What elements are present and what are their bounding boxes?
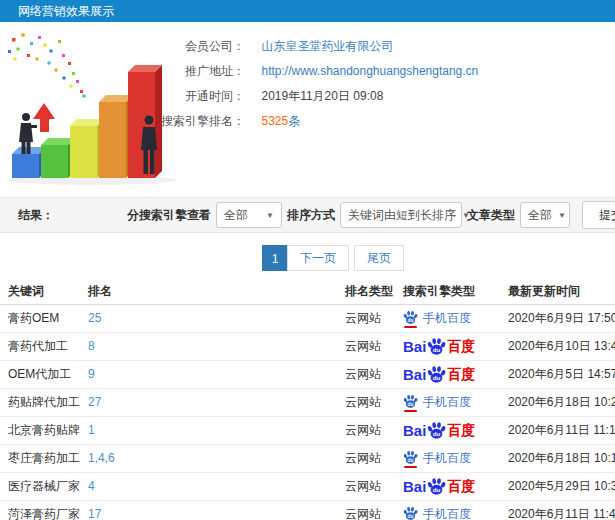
rank-type-cell: 云网站 — [345, 473, 381, 500]
filter-controls: 分搜索引擎查看 全部 ▼ 排序方式 关键词由短到长排序 ▼ 文章类型 全部 ▼ … — [122, 201, 615, 229]
keyword-cell: 膏药OEM — [8, 305, 59, 332]
baidu-logo-cn: 百度 — [447, 361, 475, 388]
baidu-logo-cn: 百度 — [447, 473, 475, 500]
rank-cell[interactable]: 27 — [88, 389, 101, 416]
rank-type-cell: 云网站 — [345, 445, 381, 472]
rank-cell[interactable]: 4 — [88, 473, 95, 500]
header-rank-type: 排名类型 — [345, 278, 393, 304]
keyword-cell: 菏泽膏药厂家 — [8, 501, 80, 520]
rank-count-value: 5325条 — [261, 114, 300, 128]
promo-url-link[interactable]: http://www.shandonghuangshengtang.cn — [261, 64, 478, 78]
keyword-ranking-table: 关键词 排名 排名类型 搜索引擎类型 最新更新时间 膏药OEM 25 云网站 d… — [0, 278, 615, 520]
svg-text:du: du — [433, 486, 441, 493]
pagination-last-button[interactable]: 尾页 — [354, 245, 404, 271]
baidu-logo: Bai du 百度 — [403, 361, 475, 388]
filter-bar: 结果： 分搜索引擎查看 全部 ▼ 排序方式 关键词由短到长排序 ▼ 文章类型 全… — [0, 197, 615, 233]
header-update-time: 最新更新时间 — [508, 278, 580, 304]
engine-cell: du 手机百度 Bai du 百度 — [403, 501, 471, 520]
rank-type-cell: 云网站 — [345, 333, 381, 360]
rank-type-cell: 云网站 — [345, 361, 381, 388]
mobile-baidu-logo: du 手机百度 — [403, 445, 471, 472]
baidu-logo-latin: Bai — [403, 333, 426, 360]
result-label: 结果： — [18, 198, 54, 232]
keyword-cell: OEM代加工 — [8, 361, 71, 388]
rank-count-unit: 条 — [288, 114, 300, 128]
mobile-baidu-label: 手机百度 — [423, 445, 471, 472]
baidu-red-underline — [404, 466, 417, 468]
time-cell: 2020年6月10日 13:40 — [508, 333, 615, 360]
baidu-paw-icon: du — [427, 365, 446, 384]
time-cell: 2020年5月29日 10:32 — [508, 473, 615, 500]
table-row: 枣庄膏药加工 1,4,6 云网站 du 手机百度 — [0, 445, 615, 473]
header-engine-type: 搜索引擎类型 — [403, 278, 475, 304]
svg-text:du: du — [408, 317, 414, 322]
marketing-results-page: 网络营销效果展示 — [0, 0, 615, 520]
time-cell: 2020年6月18日 10:25 — [508, 389, 615, 416]
rank-cell[interactable]: 9 — [88, 361, 95, 388]
table-row: 北京膏药贴牌 1 云网站 du 手机百度 B — [0, 417, 615, 445]
rank-cell[interactable]: 25 — [88, 305, 101, 332]
baidu-red-underline — [404, 326, 417, 328]
article-type-select[interactable]: 全部 ▼ — [520, 202, 570, 228]
open-time-label: 开通时间： — [150, 84, 245, 109]
chevron-down-icon: ▼ — [266, 211, 274, 220]
rank-cell[interactable]: 8 — [88, 333, 95, 360]
rank-cell[interactable]: 1 — [88, 417, 95, 444]
company-row: 会员公司： 山东皇圣堂药业有限公司 — [150, 32, 615, 57]
baidu-logo: Bai du 百度 — [403, 333, 475, 360]
time-cell: 2020年6月11日 11:18 — [508, 417, 615, 444]
engine-filter-label: 分搜索引擎查看 — [127, 207, 211, 224]
mobile-baidu-label: 手机百度 — [423, 501, 471, 520]
svg-text:du: du — [433, 430, 441, 437]
engine-cell: du 手机百度 Bai du 百度 — [403, 445, 471, 472]
baidu-logo-cn: 百度 — [447, 333, 475, 360]
baidu-red-underline — [404, 410, 417, 412]
pagination-current-page[interactable]: 1 — [262, 245, 288, 271]
header-keyword: 关键词 — [8, 278, 44, 304]
rank-cell[interactable]: 1,4,6 — [88, 445, 115, 472]
time-cell: 2020年6月11日 11:40 — [508, 501, 615, 520]
baidu-logo-cn: 百度 — [447, 417, 475, 444]
engine-filter-value: 全部 — [224, 207, 248, 224]
promo-url-label: 推广地址： — [150, 59, 245, 84]
keyword-cell: 膏药代加工 — [8, 333, 68, 360]
engine-cell: du 手机百度 Bai du 百度 — [403, 417, 475, 444]
keyword-cell: 北京膏药贴牌 — [8, 417, 80, 444]
svg-text:du: du — [408, 401, 414, 406]
submit-button[interactable]: 提交 — [582, 201, 615, 229]
table-row: 菏泽膏药厂家 17 云网站 du 手机百度 — [0, 501, 615, 520]
rank-type-cell: 云网站 — [345, 501, 381, 520]
member-info: 会员公司： 山东皇圣堂药业有限公司 推广地址： http://www.shand… — [150, 32, 615, 132]
rank-type-cell: 云网站 — [345, 389, 381, 416]
table-row: 药贴牌代加工 27 云网站 du 手机百度 — [0, 389, 615, 417]
sort-filter-value: 关键词由短到长排序 — [348, 207, 456, 224]
svg-text:du: du — [433, 374, 441, 381]
rank-count-label: 搜索引擎排名： — [150, 109, 245, 134]
baidu-logo: Bai du 百度 — [403, 473, 475, 500]
svg-text:du: du — [408, 457, 414, 462]
table-row: 医疗器械厂家 4 云网站 du 手机百度 B — [0, 473, 615, 501]
baidu-paw-icon: du — [403, 506, 418, 520]
mobile-baidu-logo: du 手机百度 — [403, 389, 471, 416]
table-header-row: 关键词 排名 排名类型 搜索引擎类型 最新更新时间 — [0, 278, 615, 305]
time-cell: 2020年6月9日 17:50 — [508, 305, 615, 332]
keyword-cell: 药贴牌代加工 — [8, 389, 80, 416]
baidu-logo-latin: Bai — [403, 417, 426, 444]
pagination-next-button[interactable]: 下一页 — [287, 245, 349, 271]
rank-cell[interactable]: 17 — [88, 501, 101, 520]
baidu-paw-icon: du — [427, 477, 446, 496]
engine-filter-select[interactable]: 全部 ▼ — [216, 202, 282, 228]
article-type-label: 文章类型 — [467, 207, 515, 224]
sort-filter-select[interactable]: 关键词由短到长排序 ▼ — [340, 202, 462, 228]
company-link[interactable]: 山东皇圣堂药业有限公司 — [261, 39, 393, 53]
rank-type-cell: 云网站 — [345, 305, 381, 332]
promo-url-row: 推广地址： http://www.shandonghuangshengtang.… — [150, 57, 615, 82]
mobile-baidu-logo: du 手机百度 — [403, 501, 471, 520]
baidu-paw-icon: du — [403, 310, 418, 328]
keyword-cell: 医疗器械厂家 — [8, 473, 80, 500]
table-row: OEM代加工 9 云网站 du 手机百度 B — [0, 361, 615, 389]
time-cell: 2020年6月5日 14:57 — [508, 361, 615, 388]
company-label: 会员公司： — [150, 34, 245, 59]
pagination: 1 下一页 尾页 — [262, 245, 404, 271]
baidu-paw-icon: du — [403, 450, 418, 468]
